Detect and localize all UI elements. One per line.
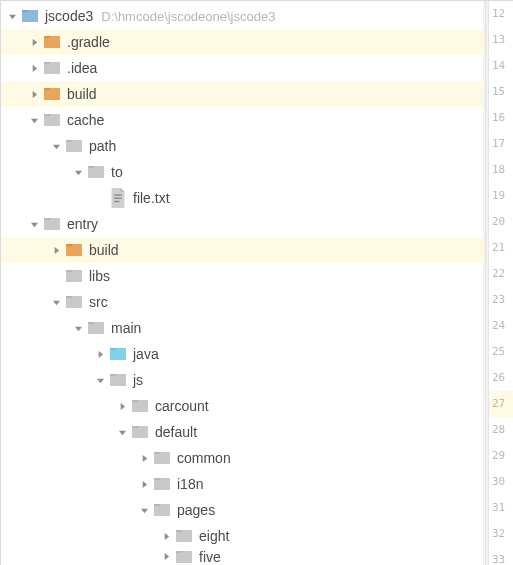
chevron-down-icon[interactable] (27, 217, 41, 231)
folder-icon (65, 138, 83, 154)
folder-icon (87, 164, 105, 180)
svg-marker-22 (164, 552, 169, 559)
folder-icon (87, 320, 105, 336)
indent (5, 42, 27, 43)
indent (5, 250, 49, 251)
chevron-right-icon[interactable] (159, 549, 173, 563)
indent (5, 224, 27, 225)
chevron-down-icon[interactable] (71, 165, 85, 179)
tree-item-label: eight (199, 528, 229, 544)
chevron-down-icon[interactable] (27, 113, 41, 127)
project-tree[interactable]: jscode3D:\hmcode\jscodeone\jscode3.gradl… (0, 0, 485, 565)
chevron-right-icon[interactable] (159, 529, 173, 543)
indent (5, 432, 115, 433)
svg-marker-3 (32, 90, 37, 97)
tree-row[interactable]: main (1, 315, 485, 341)
folder-icon (65, 294, 83, 310)
gutter-line-number: 29 (486, 443, 513, 469)
tree-item-label: five (199, 549, 221, 563)
chevron-down-icon[interactable] (93, 373, 107, 387)
gutter-line-number: 15 (486, 79, 513, 105)
tree-item-label: js (133, 372, 143, 388)
tree-item-label: build (89, 242, 119, 258)
svg-marker-12 (52, 300, 59, 305)
chevron-right-icon[interactable] (27, 87, 41, 101)
tree-row[interactable]: default (1, 419, 485, 445)
gutter-line-number: 32 (486, 521, 513, 547)
chevron-right-icon[interactable] (49, 243, 63, 257)
indent (5, 302, 49, 303)
chevron-down-icon[interactable] (115, 425, 129, 439)
gutter-line-number: 22 (486, 261, 513, 287)
tree-row[interactable]: entry (1, 211, 485, 237)
chevron-down-icon[interactable] (49, 295, 63, 309)
chevron-down-icon[interactable] (71, 321, 85, 335)
tree-item-label: file.txt (133, 190, 170, 206)
gutter-line-number: 30 (486, 469, 513, 495)
indent (5, 172, 71, 173)
folder-icon (131, 424, 149, 440)
file-icon (109, 190, 127, 206)
tree-row[interactable]: .gradle (1, 29, 485, 55)
tree-row[interactable]: pages (1, 497, 485, 523)
folder-icon (131, 398, 149, 414)
chevron-right-icon[interactable] (137, 451, 151, 465)
svg-rect-7 (114, 194, 122, 195)
gutter-line-number: 19 (486, 183, 513, 209)
folder-icon (175, 549, 193, 563)
indent (5, 458, 137, 459)
folder-icon (43, 34, 61, 50)
tree-row[interactable]: carcount (1, 393, 485, 419)
tree-item-label: to (111, 164, 123, 180)
tree-row[interactable]: cache (1, 107, 485, 133)
tree-item-label: path (89, 138, 116, 154)
svg-marker-18 (142, 454, 147, 461)
gutter-line-number: 12 (486, 1, 513, 27)
tree-item-label: entry (67, 216, 98, 232)
editor-gutter: 1213141516171819202122232425262728293031… (485, 0, 513, 565)
folder-icon (43, 112, 61, 128)
tree-row[interactable]: path (1, 133, 485, 159)
chevron-down-icon[interactable] (5, 9, 19, 23)
gutter-left-edge (486, 1, 489, 565)
chevron-right-icon[interactable] (137, 477, 151, 491)
chevron-down-icon[interactable] (137, 503, 151, 517)
chevron-down-icon[interactable] (49, 139, 63, 153)
folder-icon (153, 476, 171, 492)
tree-row[interactable]: eight (1, 523, 485, 549)
svg-marker-16 (120, 402, 125, 409)
tree-item-label: .gradle (67, 34, 110, 50)
folder-icon (43, 86, 61, 102)
tree-item-label: pages (177, 502, 215, 518)
chevron-right-icon[interactable] (27, 61, 41, 75)
tree-row[interactable]: src (1, 289, 485, 315)
chevron-right-icon[interactable] (27, 35, 41, 49)
chevron-right-icon[interactable] (115, 399, 129, 413)
gutter-line-number: 23 (486, 287, 513, 313)
svg-marker-15 (96, 378, 103, 383)
indent (5, 510, 137, 511)
gutter-line-number: 21 (486, 235, 513, 261)
indent (5, 198, 93, 199)
gutter-line-number: 18 (486, 157, 513, 183)
tree-row[interactable]: five (1, 549, 485, 563)
gutter-line-number: 24 (486, 313, 513, 339)
tree-row[interactable]: libs (1, 263, 485, 289)
tree-row[interactable]: java (1, 341, 485, 367)
chevron-right-icon[interactable] (93, 347, 107, 361)
tree-row[interactable]: jscode3D:\hmcode\jscodeone\jscode3 (1, 3, 485, 29)
folder-icon (43, 60, 61, 76)
tree-row[interactable]: common (1, 445, 485, 471)
tree-row[interactable]: .idea (1, 55, 485, 81)
tree-row[interactable]: file.txt (1, 185, 485, 211)
tree-row[interactable]: i18n (1, 471, 485, 497)
tree-item-label: java (133, 346, 159, 362)
gutter-line-number: 14 (486, 53, 513, 79)
folder-icon (21, 8, 39, 24)
tree-row[interactable]: js (1, 367, 485, 393)
gutter-line-number: 13 (486, 27, 513, 53)
tree-row[interactable]: build (1, 237, 485, 263)
svg-rect-9 (114, 201, 119, 202)
tree-row[interactable]: to (1, 159, 485, 185)
tree-row[interactable]: build (1, 81, 485, 107)
